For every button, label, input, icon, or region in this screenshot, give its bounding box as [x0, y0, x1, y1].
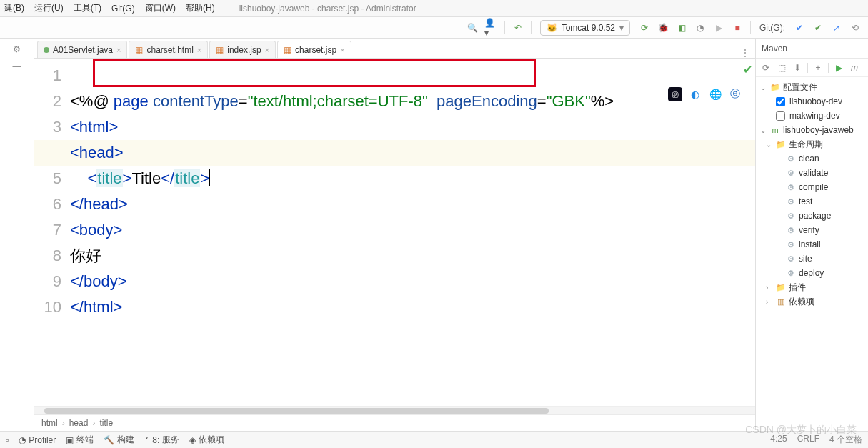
git-push-icon[interactable]: ✔ — [811, 21, 825, 35]
reload-icon[interactable]: ⟳ — [760, 63, 772, 73]
menu-run[interactable]: 运行(U) — [34, 2, 64, 14]
tree-profile-1[interactable]: lishuoboy-dev — [756, 94, 868, 109]
maven-toolbar: ⟳ ⬚ ⬇ + ▶ m — [756, 59, 868, 77]
collapse-icon[interactable]: — — [11, 60, 24, 73]
ie-icon[interactable]: ⓔ — [728, 87, 742, 101]
menu-help[interactable]: 帮助(H) — [186, 2, 215, 14]
sb-services[interactable]: ⎖8:服务 — [144, 434, 179, 446]
tree-goal-validate[interactable]: ⚙validate — [756, 166, 868, 180]
status-bar: ▫ ◔Profiler ▣终端 🔨构建 ⎖8:服务 ◈依赖项 4:25 CRLF… — [0, 431, 868, 448]
chevron-right-icon: › — [62, 418, 65, 428]
text-caret — [209, 169, 210, 186]
line-numbers: 12345678910 — [34, 59, 69, 406]
close-icon[interactable]: × — [116, 46, 121, 54]
tree-project[interactable]: ⌄mlishuoboy-javaweb — [756, 123, 868, 137]
tree-goal-package[interactable]: ⚙package — [756, 209, 868, 223]
html-icon: ▦ — [135, 45, 143, 55]
sb-terminal[interactable]: ▣终端 — [66, 434, 94, 446]
jsp-icon: ▦ — [216, 45, 224, 55]
tab-charset-jsp[interactable]: ▦ charset.jsp × — [277, 41, 351, 58]
chrome-icon[interactable]: 🌐 — [708, 87, 722, 101]
git-label: Git(G): — [759, 23, 785, 33]
generate-icon[interactable]: ⬚ — [776, 63, 787, 73]
git-history-icon[interactable]: ⟲ — [848, 21, 862, 35]
watermark: CSDN @大萝卜的小白菜 — [745, 424, 857, 437]
maven-tree: ⌄📁配置文件 lishuoboy-dev makwing-dev ⌄mlishu… — [756, 77, 868, 430]
maven-title: Maven — [756, 39, 868, 59]
run-icon[interactable]: ▶ — [833, 63, 844, 73]
tab-a01servlet[interactable]: A01Servlet.java × — [37, 41, 127, 58]
settings-icon[interactable]: ⚙ — [11, 43, 24, 56]
tree-lifecycle[interactable]: ⌄📁生命周期 — [756, 137, 868, 151]
left-gutter: ⚙ — — [0, 39, 34, 430]
tree-goal-deploy[interactable]: ⚙deploy — [756, 266, 868, 280]
menu-window[interactable]: 窗口(W) — [145, 2, 176, 14]
sb-build[interactable]: 🔨构建 — [104, 434, 134, 446]
run-config-selector[interactable]: 🐱 Tomcat 9.0.52 ▾ — [540, 20, 630, 36]
builtin-preview-icon[interactable]: ⎚ — [668, 87, 682, 101]
editor-body[interactable]: ✔ ⎚ ◐ 🌐 ⓔ 12345678910 <%@ page contentTy… — [34, 59, 755, 406]
user-icon[interactable]: 👤▾ — [484, 21, 499, 35]
code-area[interactable]: <%@ page contentType="text/html;charset=… — [69, 59, 755, 406]
tree-deps[interactable]: ›▥依赖项 — [756, 294, 868, 309]
horizontal-scrollbar[interactable] — [34, 406, 755, 414]
profiler-icon[interactable]: ◔ — [693, 21, 707, 35]
bug-icon[interactable]: 🐞 — [656, 21, 670, 35]
editor-column: A01Servlet.java × ▦ charset.html × ▦ ind… — [34, 39, 755, 430]
tree-goal-verify[interactable]: ⚙verify — [756, 223, 868, 237]
tree-plugins[interactable]: ›📁插件 — [756, 280, 868, 294]
editor-tabs: A01Servlet.java × ▦ charset.html × ▦ ind… — [34, 39, 755, 59]
sb-deps[interactable]: ◈依赖项 — [189, 434, 224, 446]
tree-goal-install[interactable]: ⚙install — [756, 237, 868, 252]
tree-goal-site[interactable]: ⚙site — [756, 252, 868, 266]
close-icon[interactable]: × — [340, 46, 344, 54]
problems-ok-icon[interactable]: ✔ — [743, 63, 752, 76]
more-icon[interactable]: m — [849, 63, 860, 73]
tab-index-jsp[interactable]: ▦ index.jsp × — [209, 41, 276, 58]
tab-label: index.jsp — [227, 45, 261, 55]
breadcrumb-item[interactable]: head — [69, 418, 89, 428]
menu-build[interactable]: 建(B) — [4, 2, 24, 14]
close-icon[interactable]: × — [197, 46, 201, 54]
profile-checkbox[interactable] — [776, 111, 785, 121]
tab-label: charset.html — [146, 45, 193, 55]
tab-label: A01Servlet.java — [53, 45, 113, 55]
sb-profiler[interactable]: ◔Profiler — [19, 435, 56, 445]
main-area: ⚙ — A01Servlet.java × ▦ charset.html × ▦… — [0, 39, 868, 430]
terminal-icon: ▣ — [66, 435, 74, 445]
tree-goal-test[interactable]: ⚙test — [756, 194, 868, 209]
add-icon[interactable]: + — [812, 63, 824, 73]
breadcrumb: html › head › title — [34, 414, 755, 430]
search-everywhere-icon[interactable]: 🔍 — [466, 21, 480, 35]
menu-tools[interactable]: 工具(T) — [74, 2, 101, 14]
open-in-browser-bar: ⎚ ◐ 🌐 ⓔ — [668, 87, 742, 101]
git-update-icon[interactable]: ↗ — [829, 21, 844, 35]
breadcrumb-item[interactable]: html — [41, 418, 58, 428]
back-icon[interactable]: ↶ — [511, 21, 525, 35]
tree-goal-clean[interactable]: ⚙clean — [756, 151, 868, 166]
tab-charset-html[interactable]: ▦ charset.html × — [129, 41, 208, 58]
menu-git[interactable]: Git(G) — [111, 4, 135, 14]
coverage-icon[interactable]: ◧ — [674, 21, 689, 35]
sb-tools-icon[interactable]: ▫ — [6, 435, 9, 445]
run-config-label: Tomcat 9.0.52 — [562, 23, 615, 33]
tomcat-icon: 🐱 — [547, 23, 557, 33]
git-commit-icon[interactable]: ✔ — [792, 21, 807, 35]
download-icon[interactable]: ⬇ — [792, 63, 803, 73]
breadcrumb-item[interactable]: title — [99, 418, 113, 428]
sync-icon[interactable]: ⟳ — [637, 21, 652, 35]
current-line-highlight — [34, 140, 755, 166]
separator — [750, 21, 751, 34]
tab-overflow-icon[interactable]: ⋮ — [735, 48, 755, 58]
tree-profile-2[interactable]: makwing-dev — [756, 109, 868, 123]
deps-icon: ◈ — [189, 435, 196, 445]
scrollbar-thumb[interactable] — [44, 408, 549, 414]
profile-checkbox[interactable] — [776, 97, 785, 106]
run-icon[interactable]: ▶ — [712, 21, 726, 35]
edge-icon[interactable]: ◐ — [688, 87, 702, 101]
tree-goal-compile[interactable]: ⚙compile — [756, 180, 868, 194]
tree-profiles[interactable]: ⌄📁配置文件 — [756, 80, 868, 94]
stop-icon[interactable]: ■ — [730, 21, 744, 35]
close-icon[interactable]: × — [265, 46, 269, 54]
jsp-icon: ▦ — [284, 45, 291, 55]
